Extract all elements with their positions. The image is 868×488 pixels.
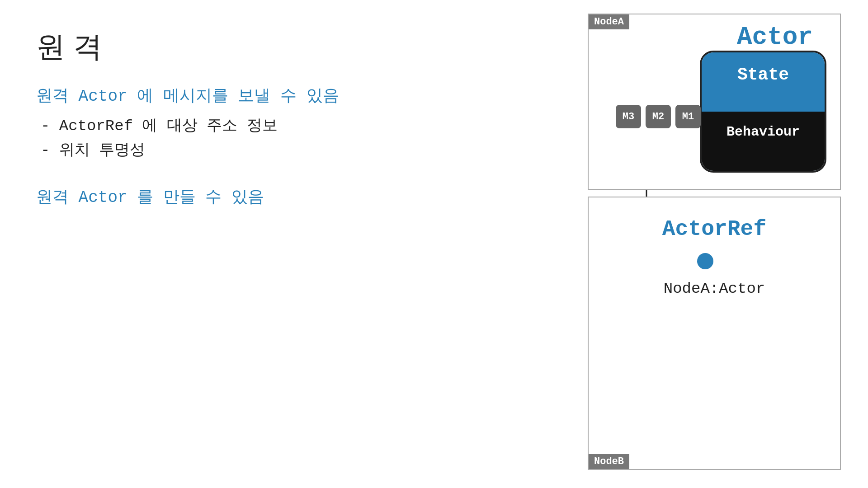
node-actor-label: NodeA:Actor: [664, 280, 765, 297]
subtitle-2: 원격 Actor 를 만들 수 있음: [36, 186, 375, 208]
message-m2: M2: [646, 105, 671, 128]
state-box: State: [702, 52, 825, 112]
node-a-box: NodeA Actor State Behaviour M3 M2 M1: [588, 14, 841, 190]
node-b-label: NodeB: [589, 454, 629, 469]
behaviour-box: Behaviour: [702, 112, 825, 171]
node-a-label: NodeA: [589, 14, 629, 29]
bullet-item-1: - ActorRef 에 대상 주소 정보: [41, 114, 375, 138]
bullet-item-2: - 위치 투명성: [41, 138, 375, 163]
actor-box: State Behaviour: [700, 51, 826, 173]
page-title: 원 격: [36, 27, 375, 66]
message-queue: M3 M2 M1: [616, 105, 701, 128]
actorref-dot: [697, 253, 713, 269]
actor-title: Actor: [737, 23, 813, 52]
message-m3: M3: [616, 105, 641, 128]
bullet-list: - ActorRef 에 대상 주소 정보 - 위치 투명성: [41, 114, 375, 163]
actorref-title: ActorRef: [662, 217, 766, 241]
subtitle-1: 원격 Actor 에 메시지를 보낼 수 있음: [36, 84, 375, 107]
message-m1: M1: [675, 105, 701, 128]
diagram-area: NodeA Actor State Behaviour M3 M2 M1 Nod…: [588, 14, 841, 470]
left-panel: 원 격 원격 Actor 에 메시지를 보낼 수 있음 - ActorRef 에…: [36, 27, 375, 208]
